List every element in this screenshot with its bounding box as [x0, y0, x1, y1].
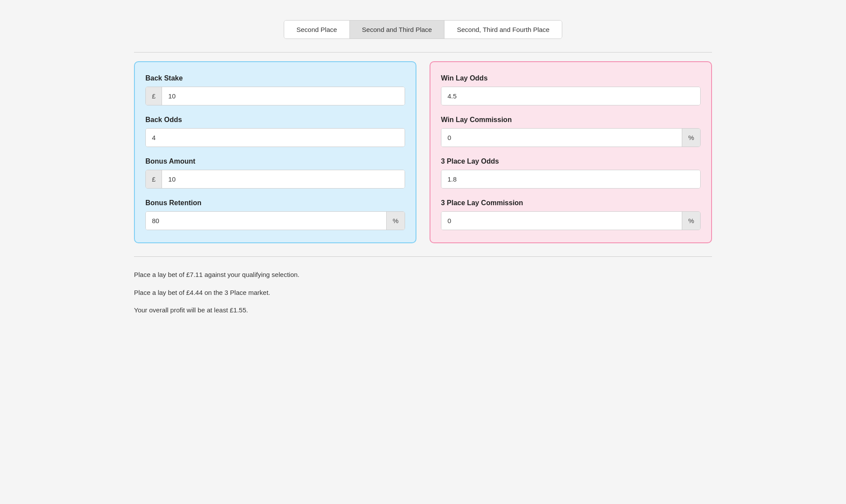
input-suffix-win-lay-commission: %	[682, 129, 700, 147]
input-wrapper-bonus-retention: %	[145, 211, 405, 230]
input-wrapper-back-stake: £	[145, 87, 405, 105]
field-label-back-odds: Back Odds	[145, 116, 405, 124]
input-back-odds[interactable]	[146, 129, 405, 147]
field-label-3-place-lay-odds: 3 Place Lay Odds	[441, 158, 701, 165]
input-3-place-lay-commission[interactable]	[441, 212, 682, 230]
field-label-3-place-lay-commission: 3 Place Lay Commission	[441, 199, 701, 207]
field-label-bonus-amount: Bonus Amount	[145, 158, 405, 165]
input-win-lay-odds[interactable]	[441, 87, 700, 105]
result-line-2: Your overall profit will be at least £1.…	[134, 305, 712, 315]
field-group-3-place-lay-odds: 3 Place Lay Odds	[441, 158, 701, 189]
refund-type-section: Second PlaceSecond and Third PlaceSecond…	[134, 20, 712, 39]
input-wrapper-3-place-lay-commission: %	[441, 211, 701, 230]
input-prefix-back-stake: £	[146, 87, 162, 105]
field-label-back-stake: Back Stake	[145, 74, 405, 82]
field-group-win-lay-commission: Win Lay Commission%	[441, 116, 701, 147]
field-group-bonus-retention: Bonus Retention%	[145, 199, 405, 230]
field-label-win-lay-commission: Win Lay Commission	[441, 116, 701, 124]
bottom-divider	[134, 256, 712, 257]
input-wrapper-3-place-lay-odds	[441, 170, 701, 189]
input-wrapper-back-odds	[145, 128, 405, 147]
field-label-win-lay-odds: Win Lay Odds	[441, 74, 701, 82]
tab-second[interactable]: Second Place	[284, 21, 350, 38]
top-divider	[134, 52, 712, 52]
field-group-bonus-amount: Bonus Amount£	[145, 158, 405, 189]
results-section: Place a lay bet of £7.11 against your qu…	[134, 266, 712, 315]
tab-second-third-fourth[interactable]: Second, Third and Fourth Place	[444, 21, 562, 38]
input-wrapper-win-lay-odds	[441, 87, 701, 105]
page-container: Second PlaceSecond and Third PlaceSecond…	[116, 0, 730, 336]
tab-group: Second PlaceSecond and Third PlaceSecond…	[284, 20, 562, 39]
tab-second-third[interactable]: Second and Third Place	[350, 21, 445, 38]
input-prefix-bonus-amount: £	[146, 170, 162, 188]
right-panel: Win Lay OddsWin Lay Commission%3 Place L…	[430, 61, 712, 243]
input-wrapper-bonus-amount: £	[145, 170, 405, 189]
input-bonus-retention[interactable]	[146, 212, 386, 230]
input-suffix-bonus-retention: %	[386, 212, 405, 230]
field-group-3-place-lay-commission: 3 Place Lay Commission%	[441, 199, 701, 230]
input-wrapper-win-lay-commission: %	[441, 128, 701, 147]
field-group-win-lay-odds: Win Lay Odds	[441, 74, 701, 105]
field-label-bonus-retention: Bonus Retention	[145, 199, 405, 207]
result-line-1: Place a lay bet of £4.44 on the 3 Place …	[134, 288, 712, 298]
field-group-back-odds: Back Odds	[145, 116, 405, 147]
input-3-place-lay-odds[interactable]	[441, 170, 700, 188]
field-group-back-stake: Back Stake£	[145, 74, 405, 105]
input-suffix-3-place-lay-commission: %	[682, 212, 700, 230]
form-panels: Back Stake£Back OddsBonus Amount£Bonus R…	[134, 61, 712, 243]
result-line-0: Place a lay bet of £7.11 against your qu…	[134, 270, 712, 280]
input-back-stake[interactable]	[162, 87, 405, 105]
input-bonus-amount[interactable]	[162, 170, 405, 188]
left-panel: Back Stake£Back OddsBonus Amount£Bonus R…	[134, 61, 416, 243]
input-win-lay-commission[interactable]	[441, 129, 682, 147]
